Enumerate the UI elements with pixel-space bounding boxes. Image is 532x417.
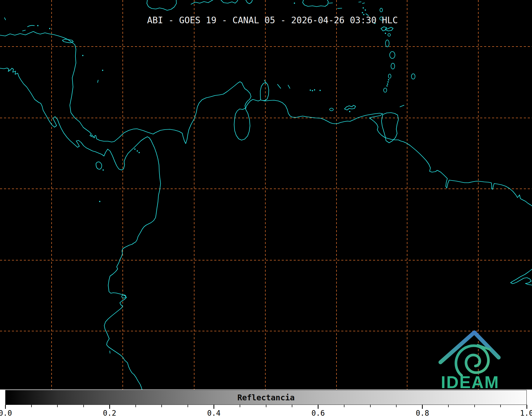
islet-dot — [349, 111, 351, 112]
minor-tick — [266, 405, 266, 407]
minor-tick — [292, 405, 292, 407]
major-tick — [213, 405, 214, 409]
island-dominica — [385, 40, 389, 47]
coastline-jamaica — [147, 0, 176, 10]
major-tick — [109, 405, 110, 409]
coastline-trinidad — [381, 113, 398, 143]
major-tick — [5, 405, 6, 409]
islet-dot — [312, 90, 313, 91]
colorbar-tick-label: 0.2 — [103, 409, 116, 417]
islet-dot — [103, 169, 104, 171]
islet-dot — [363, 7, 364, 9]
islet-dot — [294, 3, 295, 4]
colorbar-label: Reflectancia — [6, 390, 526, 405]
minor-tick — [31, 405, 32, 407]
islet-dot — [82, 55, 84, 56]
islet-dot — [362, 12, 363, 13]
minor-tick — [188, 405, 188, 407]
minor-tick — [344, 405, 344, 407]
minor-tick — [370, 405, 371, 407]
minor-tick — [474, 405, 475, 407]
colorbar-tick-label: 0.6 — [311, 409, 325, 417]
islet-dot — [94, 137, 95, 138]
minor-tick — [240, 405, 240, 407]
coastline-guadeloupe — [381, 27, 393, 31]
island-la-tortuga — [330, 108, 333, 111]
coastline-puerto-rico — [303, 0, 328, 7]
major-tick — [526, 405, 527, 409]
islet-dot — [134, 149, 136, 150]
minor-tick — [448, 405, 449, 407]
islet-dot — [314, 89, 315, 91]
coastline-coiba-island — [96, 162, 102, 169]
islet-dot — [365, 10, 366, 11]
islet-dot — [387, 84, 388, 85]
coastline-belize-fragment — [4, 18, 6, 20]
coastline-caratasca-lagoon — [62, 39, 73, 43]
islet-dot — [37, 25, 39, 26]
coastline-gridline-canvas — [0, 0, 532, 389]
minor-tick — [161, 405, 162, 407]
minor-tick — [83, 405, 84, 407]
minor-tick — [396, 405, 397, 407]
coastline-margarita — [344, 105, 356, 110]
islet-dot — [387, 85, 388, 87]
island-martinique — [390, 52, 395, 58]
colorbar-tick-label: 0.0 — [0, 409, 12, 417]
island-marie-galante — [388, 34, 390, 36]
reflectance-colorbar: Reflectancia — [5, 390, 527, 405]
image-title: ABI - GOES 19 - CANAL 05 - 2026-04-26 03… — [147, 15, 398, 25]
islet-dot — [139, 152, 140, 153]
islet-dot — [320, 90, 321, 91]
island-barbuda — [380, 8, 383, 12]
islet-dot — [99, 201, 101, 202]
islet-dot — [102, 70, 103, 71]
coastline-amazon-mouth — [511, 269, 532, 285]
island-grenada — [384, 88, 387, 92]
coastline-bay-islands — [22, 25, 34, 31]
satellite-map: ABI - GOES 19 - CANAL 05 - 2026-04-26 03… — [0, 0, 532, 389]
coastline-island-dashes — [98, 2, 404, 353]
islet-dot — [388, 81, 389, 83]
colorbar-tick-label: 0.4 — [207, 409, 221, 417]
minor-tick — [500, 405, 501, 407]
minor-tick — [135, 405, 136, 407]
islet-dot — [388, 79, 389, 81]
island-st-lucia — [391, 63, 395, 69]
colorbar-tick-label: 1.0 — [520, 409, 532, 417]
island-st-vincent — [388, 74, 391, 78]
islet-dot — [385, 33, 386, 34]
islet-dot — [92, 135, 93, 136]
coastline-pacific-coast — [0, 68, 161, 389]
island-barbados — [411, 74, 415, 79]
satellite-image-viewer: ABI - GOES 19 - CANAL 05 - 2026-04-26 03… — [0, 0, 532, 417]
coastline-hispaniola-south-coast — [191, 0, 252, 4]
minor-tick — [57, 405, 58, 407]
islet-dot — [137, 150, 138, 152]
islet-dot — [49, 28, 51, 29]
islet-dot — [310, 90, 311, 91]
major-tick — [422, 405, 423, 409]
colorbar-tick-label: 0.8 — [416, 409, 429, 417]
coastline-caribbean-mainland-coast — [0, 31, 532, 206]
major-tick — [318, 405, 319, 409]
